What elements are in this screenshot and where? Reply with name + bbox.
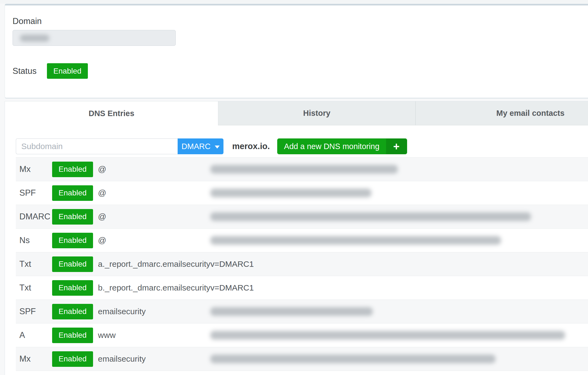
subdomain-input[interactable] bbox=[16, 138, 178, 154]
record-status-cell: Enabled bbox=[52, 233, 98, 248]
record-value-text: v=DMARC1 bbox=[210, 283, 254, 292]
record-type-cell: A bbox=[16, 330, 52, 340]
record-type-cell: Txt bbox=[16, 283, 52, 293]
table-row: Txt Enabled a._report._dmarc.emailsecuri… bbox=[16, 252, 588, 276]
redacted-value bbox=[210, 189, 371, 197]
record-value-cell bbox=[210, 307, 588, 316]
record-type-cell: Ns bbox=[16, 235, 52, 245]
record-subdomain-cell: @ bbox=[98, 165, 210, 174]
table-row: Mx Enabled emailsecurity bbox=[16, 347, 588, 371]
domain-suffix-label: merox.io. bbox=[232, 141, 270, 151]
record-subdomain-cell: emailsecurity bbox=[98, 307, 210, 316]
record-status-cell: Enabled bbox=[52, 162, 98, 177]
enabled-badge: Enabled bbox=[52, 304, 93, 319]
record-value-cell bbox=[210, 355, 588, 363]
table-row: SPF Enabled @ bbox=[16, 181, 588, 205]
record-value-text: v=DMARC1 bbox=[210, 259, 254, 269]
record-subdomain-cell: b._report._dmarc.emailsecurity bbox=[98, 283, 210, 292]
record-value-cell bbox=[210, 331, 588, 340]
plus-icon: + bbox=[386, 139, 407, 154]
record-subdomain-cell: emailsecurity bbox=[98, 354, 210, 364]
dns-entries-table: Mx Enabled @ SPF Enabled @ DMARC Enabled… bbox=[16, 157, 588, 375]
enabled-badge: Enabled bbox=[52, 256, 93, 272]
record-type-cell: Txt bbox=[16, 259, 52, 269]
record-type-dropdown[interactable]: DMARC bbox=[178, 138, 223, 154]
domain-status-card: Domain Status Enabled bbox=[5, 4, 588, 98]
record-status-cell: Enabled bbox=[52, 280, 98, 296]
record-value-cell bbox=[210, 165, 588, 174]
page-top-strip bbox=[0, 0, 588, 4]
add-dns-monitoring-button[interactable]: Add a new DNS monitoring + bbox=[277, 138, 407, 154]
record-status-cell: Enabled bbox=[52, 209, 98, 225]
record-value-cell bbox=[210, 212, 588, 221]
dns-toolbar: DMARC merox.io. Add a new DNS monitoring… bbox=[16, 138, 588, 154]
tab-my-email-contacts[interactable]: My email contacts bbox=[416, 101, 588, 125]
tab-dns-entries[interactable]: DNS Entries bbox=[5, 101, 218, 125]
domain-input bbox=[13, 30, 176, 46]
record-subdomain-cell: @ bbox=[98, 188, 210, 198]
record-subdomain-cell: www bbox=[98, 331, 210, 340]
dns-card: DNS Entries History My email contacts DM… bbox=[5, 101, 588, 375]
record-value-cell bbox=[210, 189, 588, 197]
table-row: Ns Enabled @ bbox=[16, 228, 588, 252]
record-value-cell bbox=[210, 236, 588, 245]
record-subdomain-cell: a._report._dmarc.emailsecurity bbox=[98, 259, 210, 269]
table-row: Txt Enabled b._report._dmarc.emailsecuri… bbox=[16, 276, 588, 300]
tabbar: DNS Entries History My email contacts bbox=[5, 101, 588, 125]
record-type-cell: SPF bbox=[16, 188, 52, 198]
add-dns-monitoring-label: Add a new DNS monitoring bbox=[277, 139, 386, 154]
caret-down-icon bbox=[215, 146, 220, 149]
record-value-cell: v=DMARC1 bbox=[210, 283, 588, 292]
redacted-value bbox=[210, 355, 496, 363]
enabled-badge: Enabled bbox=[52, 328, 93, 343]
status-label: Status bbox=[13, 66, 47, 76]
record-subdomain-cell: @ bbox=[98, 212, 210, 221]
tab-history[interactable]: History bbox=[218, 101, 416, 125]
enabled-badge: Enabled bbox=[52, 209, 93, 225]
record-status-cell: Enabled bbox=[52, 256, 98, 272]
table-row: A Enabled www bbox=[16, 323, 588, 347]
record-type-cell: SPF bbox=[16, 307, 52, 316]
status-row: Status Enabled bbox=[13, 63, 588, 79]
table-row bbox=[16, 371, 588, 375]
record-type-dropdown-label: DMARC bbox=[181, 142, 210, 151]
enabled-badge: Enabled bbox=[52, 233, 93, 248]
redacted-domain-value bbox=[20, 35, 49, 42]
table-row: DMARC Enabled @ bbox=[16, 205, 588, 228]
record-subdomain-cell: @ bbox=[98, 236, 210, 245]
redacted-value bbox=[210, 307, 373, 316]
table-row: Mx Enabled @ bbox=[16, 157, 588, 181]
record-type-cell: Mx bbox=[16, 354, 52, 364]
enabled-badge: Enabled bbox=[52, 162, 93, 177]
record-type-cell: DMARC bbox=[16, 212, 52, 222]
record-status-cell: Enabled bbox=[52, 328, 98, 343]
record-value-cell: v=DMARC1 bbox=[210, 259, 588, 269]
record-type-cell: Mx bbox=[16, 164, 52, 174]
redacted-value bbox=[210, 165, 398, 174]
redacted-value bbox=[210, 212, 531, 221]
redacted-value bbox=[210, 331, 565, 340]
record-status-cell: Enabled bbox=[52, 185, 98, 201]
enabled-badge: Enabled bbox=[52, 280, 93, 296]
redacted-value bbox=[210, 236, 501, 245]
enabled-badge: Enabled bbox=[52, 185, 93, 201]
record-status-cell: Enabled bbox=[52, 304, 98, 319]
domain-label: Domain bbox=[13, 16, 588, 26]
enabled-badge: Enabled bbox=[52, 351, 93, 367]
status-badge: Enabled bbox=[47, 63, 88, 79]
record-status-cell: Enabled bbox=[52, 351, 98, 367]
table-row: SPF Enabled emailsecurity bbox=[16, 300, 588, 323]
